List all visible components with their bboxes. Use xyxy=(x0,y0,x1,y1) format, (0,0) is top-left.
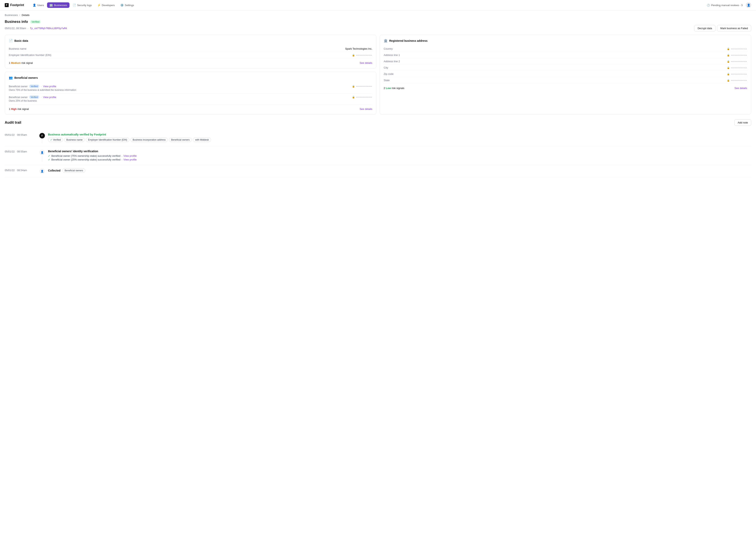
identity-verification-title: Beneficial owners' identity verification xyxy=(48,150,751,153)
state-row: State 🔒 •••••••••••••• xyxy=(384,77,747,84)
business-meta-left: 05/01/22, 08:50am · fp_xm7T6MqhfRBkxL0DP… xyxy=(5,27,67,30)
nav-security-logs-label: Security logs xyxy=(77,4,92,7)
business-fp-id[interactable]: fp_xm7T6MqhfRBkxL0DPOpfwM4 xyxy=(30,27,67,30)
owner-2-label: Beneficial owner xyxy=(9,96,28,99)
users-icon: 👤 xyxy=(33,4,36,7)
check-icon: ✓ xyxy=(50,138,52,141)
audit-entry-2-icon-col: 👤 xyxy=(39,150,45,162)
business-info-title: Business info xyxy=(5,20,28,24)
nav-settings[interactable]: ⚙️ Settings xyxy=(118,2,136,8)
address1-row: Address line 1 🔒 •••••••••••••• xyxy=(384,52,747,58)
businesses-icon: 🏢 xyxy=(49,4,53,7)
business-name-label: Business name xyxy=(9,47,27,50)
owner-1-description: Owns 75% of the business & submitted the… xyxy=(9,89,372,91)
beneficial-owners-card: 👥 Beneficial owners Beneficial owner Ver… xyxy=(5,72,377,115)
main-page: Business info Verified 05/01/22, 08:50am… xyxy=(0,18,756,182)
zipcode-row: Zip code 🔒 •••••••••••••• xyxy=(384,71,747,77)
basic-data-see-details[interactable]: See details xyxy=(360,61,372,64)
audit-entry-3-time: 05/01/22 08:54am xyxy=(5,168,36,174)
basic-data-risk-text: 1 Medium risk signal xyxy=(9,61,33,64)
business-name-value: Spark Technologies Inc. xyxy=(345,47,372,50)
nav-settings-label: Settings xyxy=(125,4,134,7)
audit-entry-2-time-text: 08:55am xyxy=(17,150,27,153)
city-encrypted: •••••••••••••• xyxy=(731,67,747,69)
app-header: F Footprint 👤 Users 🏢 Businesses 📄 Secur… xyxy=(0,0,756,10)
breadcrumb-parent[interactable]: Businesses xyxy=(5,14,18,17)
audit-entry-3-icon-col: 👤 xyxy=(39,168,45,174)
tag-business-name: Business name xyxy=(64,138,85,142)
app-logo: F Footprint xyxy=(5,3,24,7)
ein-row: Employer Identification Number (EIN) 🔒 •… xyxy=(9,52,372,58)
registered-address-card: 🏛️ Registered business address Country 🔒… xyxy=(379,35,751,115)
audit-line-1 xyxy=(42,139,42,143)
address2-value: 🔒 •••••••••••••• xyxy=(727,60,747,63)
owners-risk-level: High xyxy=(11,108,17,111)
basic-risk-label: risk signal xyxy=(22,61,33,64)
audit-entry-3-time-text: 08:54am xyxy=(17,169,27,172)
audit-entry-2-date: 05/01/22 xyxy=(5,150,15,153)
owner-row-1: Beneficial owner Verified · View profile… xyxy=(9,83,372,94)
user-circle-icon-3: 👤 xyxy=(39,168,45,174)
owners-risk-row: 1 High risk signal See details xyxy=(9,105,372,111)
nav-security-logs[interactable]: 📄 Security logs xyxy=(70,2,94,8)
state-lock: 🔒 xyxy=(727,79,730,82)
owners-see-details[interactable]: See details xyxy=(360,108,372,111)
add-note-button[interactable]: Add note xyxy=(734,119,751,126)
basic-data-card: 📄 Basic data Business name Spark Technol… xyxy=(5,35,377,68)
audit-trail-header: Audit trail Add note xyxy=(5,119,751,126)
address1-encrypted: •••••••••••••• xyxy=(731,54,747,56)
tag-middesk: with Middesk xyxy=(193,138,211,142)
audit-entry-1-date: 05/01/22 xyxy=(5,133,15,136)
meta-dot: · xyxy=(28,27,28,30)
owners-risk-label: risk signal xyxy=(17,108,29,111)
footprint-icon: F xyxy=(39,133,45,138)
decrypt-data-button[interactable]: Decrypt data xyxy=(694,25,716,32)
ein-value: 🔒 •••••••••••••• xyxy=(352,54,372,56)
address1-lock: 🔒 xyxy=(727,54,730,56)
logo-text: Footprint xyxy=(10,3,24,7)
tag-biz-incorporation: Business incorporation address xyxy=(130,138,168,142)
audit-entry-1-time-text: 08:55am xyxy=(17,133,27,136)
address-see-details[interactable]: See details xyxy=(734,87,747,90)
breadcrumb: Businesses / Details xyxy=(0,10,756,18)
audit-entry-1-time: 05/01/22 08:55am xyxy=(5,133,36,143)
owner-1-view-profile[interactable]: View profile xyxy=(43,85,56,88)
breadcrumb-separator: / xyxy=(19,14,20,17)
owner-2-encrypted: 🔒 •••••••••••••• xyxy=(352,96,372,99)
check-icon-2: ✓ xyxy=(48,158,50,161)
nav-businesses[interactable]: 🏢 Businesses xyxy=(47,2,69,8)
business-name-row: Business name Spark Technologies Inc. xyxy=(9,46,372,52)
nav-developers-label: Developers xyxy=(102,4,115,7)
identity-sub-1-link[interactable]: View profile xyxy=(123,154,137,157)
country-lock: 🔒 xyxy=(727,47,730,50)
zipcode-value: 🔒 •••••••••••••• xyxy=(727,73,747,75)
owner-2-status: Verified xyxy=(29,96,39,99)
address-risk-text: 2 Low risk signals xyxy=(384,87,404,90)
clock-icon: 🕐 xyxy=(707,4,710,7)
tag-collected-beneficial-owners: Beneficial owners xyxy=(62,168,85,173)
audit-entry-collected: 05/01/22 08:54am 👤 Collected Beneficial … xyxy=(5,165,751,177)
identity-sub-2-link[interactable]: View profile xyxy=(123,158,137,161)
basic-data-title-text: Basic data xyxy=(14,39,28,42)
city-row: City 🔒 •••••••••••••• xyxy=(384,65,747,71)
nav-developers[interactable]: ⚡ Developers xyxy=(95,2,117,8)
address2-encrypted: •••••••••••••• xyxy=(731,60,747,63)
audit-entry-1-content: Business automatically verified by Footp… xyxy=(48,133,751,143)
owners-risk-count: 1 xyxy=(9,108,10,111)
identity-sub-item-1: ✓ Beneficial owner (75% ownership stake)… xyxy=(48,154,751,157)
audit-entry-2-time: 05/01/22 08:55am xyxy=(5,150,36,162)
pending-reviews-badge: 🕐 Pending manual reviews · 3 xyxy=(707,4,743,7)
nav-users[interactable]: 👤 Users xyxy=(30,2,46,8)
owner-2-view-profile[interactable]: View profile xyxy=(43,96,56,99)
identity-sub-2-text: Beneficial owner (25% ownership stake) s… xyxy=(51,158,120,161)
basic-data-title: 📄 Basic data xyxy=(9,39,372,42)
lock-icon: 🔒 xyxy=(352,54,355,56)
country-label: Country xyxy=(384,47,393,50)
mark-failed-button[interactable]: Mark business as Failed xyxy=(717,25,751,32)
audit-trail-title: Audit trail xyxy=(5,120,21,125)
main-nav: 👤 Users 🏢 Businesses 📄 Security logs ⚡ D… xyxy=(30,2,136,8)
audit-entry-2-content: Beneficial owners' identity verification… xyxy=(48,150,751,162)
audit-entry-1-icon-col: F xyxy=(39,133,45,143)
city-value: 🔒 •••••••••••••• xyxy=(727,66,747,69)
user-avatar-button[interactable]: 👤 xyxy=(746,2,751,8)
